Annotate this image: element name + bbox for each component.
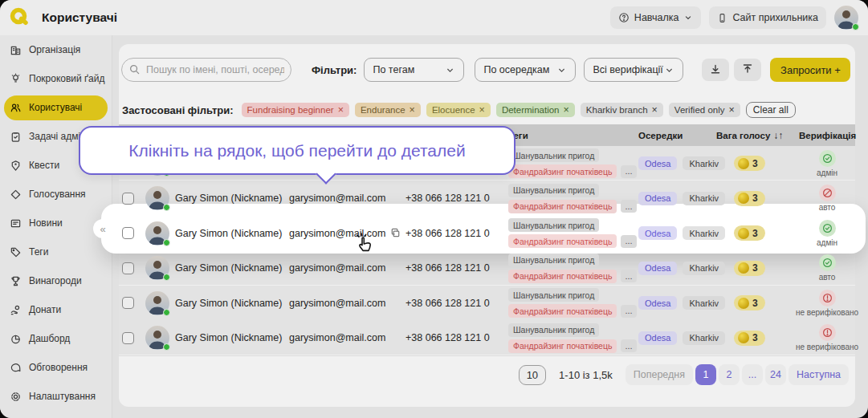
vote-weight-value: 3 [752, 332, 758, 343]
sidebar-item-organization[interactable]: Організація [4, 38, 108, 63]
vote-weight-badge: 3 [734, 225, 765, 241]
user-name: Gary Simon (Nickname) [175, 193, 289, 204]
phone-icon [717, 13, 727, 23]
chevron-down-icon [683, 13, 693, 22]
sidebar-item-settings[interactable]: Налаштування [4, 384, 108, 409]
tooltip-text: Клікніть на рядок, щоб перейти до детале… [128, 141, 465, 160]
profile-avatar[interactable] [834, 6, 858, 30]
row-checkbox[interactable] [122, 227, 134, 239]
user-tags: Шанувальник пригодФандрайзинг початківец… [508, 288, 638, 318]
table-row[interactable]: Gary Simon (Nickname)garysimon@mail.com+… [119, 216, 855, 251]
clear-all-button[interactable]: Clear all [746, 102, 796, 118]
more-tags-button[interactable]: ... [621, 200, 636, 213]
copy-icon[interactable] [389, 227, 401, 239]
more-tags-button[interactable]: ... [621, 235, 636, 248]
filter-chip: Endurance× [355, 103, 421, 117]
invite-button[interactable]: Запросити + [770, 58, 850, 82]
coin-icon [738, 158, 749, 169]
sidebar-item-tags[interactable]: Теги [4, 240, 108, 265]
pagination-page-button[interactable]: 2 [719, 364, 740, 385]
supporter-site-button[interactable]: Сайт прихильника [709, 6, 826, 29]
remove-filter-icon[interactable]: × [564, 105, 569, 116]
verification-cell: авто [799, 254, 855, 282]
pagination-page-button[interactable]: 24 [765, 364, 786, 385]
user-phone: +38 066 128 121 0 [405, 298, 508, 309]
verification-cell: авто [799, 185, 855, 212]
remove-filter-icon[interactable]: × [479, 105, 485, 116]
table-row[interactable]: Gary Simon (Nickname)garysimon@mail.com+… [119, 251, 855, 286]
pagination-page-button[interactable]: ... [742, 364, 763, 385]
sidebar-item-label: Користувачі [29, 102, 82, 113]
tags-filter-value: По тегам [373, 64, 414, 75]
dashboard-icon [10, 333, 22, 345]
badge-check-icon [819, 254, 836, 271]
column-header-tags: Теги [508, 131, 638, 140]
vote-weight-badge: 3 [734, 331, 765, 346]
pagination-prev-button[interactable]: Попередня [626, 364, 693, 385]
remove-filter-icon[interactable]: × [338, 105, 344, 116]
branch-chip: Kharkiv [683, 192, 725, 205]
row-checkbox[interactable] [122, 262, 134, 274]
training-button[interactable]: Навчалка [610, 6, 702, 29]
pagination-page-button[interactable]: 1 [695, 364, 716, 385]
remove-filter-icon[interactable]: × [652, 105, 658, 116]
chevron-down-icon [556, 65, 567, 75]
sidebar-item-dashboard[interactable]: Дашборд [4, 327, 108, 351]
column-header-vote-weight[interactable]: Вага голосу↓↑ [716, 130, 799, 141]
sidebar-item-label: Дашборд [29, 333, 70, 344]
more-tags-button[interactable]: ... [621, 270, 636, 282]
table-row[interactable]: Gary Simon (Nickname)garysimon@mail.com+… [119, 181, 855, 217]
table-row[interactable]: Gary Simon (Nickname)garysimon@mail.com+… [119, 286, 855, 321]
user-avatar [145, 256, 169, 280]
sidebar-item-users[interactable]: Користувачі [4, 95, 108, 120]
app-logo-icon[interactable] [8, 6, 32, 30]
branch-chip: Kharkiv [683, 262, 725, 275]
remove-filter-icon[interactable]: × [410, 105, 415, 116]
vote-weight-cell: 3 [731, 191, 799, 206]
verification-filter-dropdown[interactable]: Всі верифікації [584, 58, 683, 82]
user-tag: Шанувальник пригод [508, 288, 599, 302]
sidebar-item-donations[interactable]: Донати [4, 298, 108, 323]
page-size-select[interactable]: 10 [519, 365, 546, 385]
sidebar-item-news[interactable]: Новини [4, 211, 108, 236]
row-checkbox[interactable] [122, 332, 134, 344]
upload-button[interactable] [734, 59, 761, 81]
sidebar-item-rewards[interactable]: Винагороди [4, 269, 108, 294]
user-phone: +38 066 128 121 0 [405, 193, 508, 204]
online-status-dot [163, 343, 170, 351]
branch-chip: Kharkiv [683, 296, 725, 310]
search-input[interactable] [121, 58, 291, 82]
vote-weight-badge: 3 [734, 156, 765, 171]
user-branches: OdesaKharkiv [638, 156, 731, 170]
verification-cell: не верифіковано [799, 290, 855, 317]
more-tags-button[interactable]: ... [621, 305, 636, 318]
row-checkbox[interactable] [122, 193, 134, 205]
search-box [121, 58, 291, 82]
filter-chip-label: Endurance [361, 105, 405, 115]
more-tags-button[interactable]: ... [621, 165, 636, 178]
branches-filter-dropdown[interactable]: По осередкам [475, 58, 576, 82]
chevron-down-icon [664, 65, 674, 75]
vote-weight-cell: 3 [731, 331, 799, 346]
row-checkbox[interactable] [122, 297, 134, 309]
user-avatar [145, 291, 169, 315]
remove-filter-icon[interactable]: × [729, 105, 735, 116]
table-row[interactable]: Gary Simon (Nickname)garysimon@mail.com+… [119, 321, 855, 356]
more-tags-button[interactable]: ... [621, 339, 636, 352]
pagination-next-button[interactable]: Наступна [789, 364, 849, 385]
admin-tasks-icon [10, 131, 22, 143]
verification-label: адмін [817, 168, 837, 177]
voting-icon [10, 189, 22, 201]
branch-chip: Kharkiv [683, 226, 725, 240]
news-icon [10, 217, 22, 229]
sidebar-item-discussions[interactable]: Обговорення [4, 355, 108, 380]
tags-filter-dropdown[interactable]: По тегам [364, 58, 464, 82]
donations-icon [10, 304, 22, 316]
sort-icon[interactable]: ↓↑ [773, 130, 783, 141]
sidebar-item-voting[interactable]: Голосування [4, 182, 108, 207]
download-button[interactable] [702, 59, 729, 81]
collapse-sidebar-handle[interactable]: « [93, 219, 112, 238]
user-tag: Шанувальник пригод [508, 254, 599, 267]
filter-chip-label: Kharkiv branch [586, 105, 648, 115]
sidebar-item-step-guide[interactable]: Покроковий ґайд [4, 67, 108, 91]
